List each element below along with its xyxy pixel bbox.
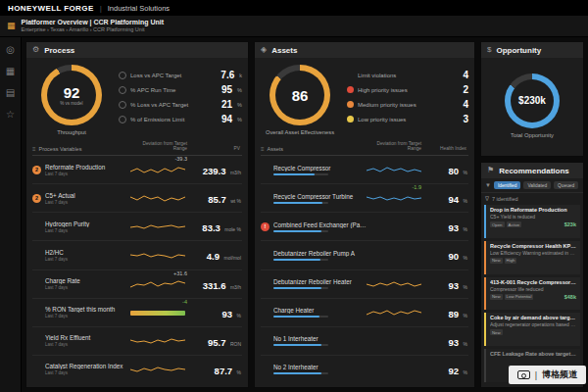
recommendations-panel-header: ⚑ Recommendations <box>481 163 583 178</box>
asset-name: Recycle Compressor <box>273 165 367 172</box>
apps-icon[interactable]: ▦ <box>6 67 15 76</box>
filter-icon[interactable]: ▼ <box>485 182 491 188</box>
recommendations-panel: ⚑ Recommendations ▼ Identified Validated… <box>480 162 584 388</box>
breadcrumb[interactable]: Enterprise › Texas › Amarillo › CCR Plat… <box>22 26 165 33</box>
table-row[interactable]: Hydrogen PurityLast 7 days 83.3 mole % <box>32 213 242 241</box>
sparkline <box>130 278 187 290</box>
issue-row: Low priority issues3 <box>347 112 468 126</box>
result-count-row: ∇ 7 identified <box>481 193 583 205</box>
table-row[interactable]: % RON Target this monthLast 7 days -4 93… <box>32 299 242 327</box>
pv-unit: wt % <box>230 198 241 204</box>
gauge-label: % vs model <box>60 101 82 106</box>
table-row[interactable]: No 1 Interheater 93 % <box>261 327 468 356</box>
pv-unit: % <box>237 313 241 318</box>
recommendation-item[interactable]: Coke by air demand above target | 3.21 t… <box>484 313 580 346</box>
table-row[interactable]: Charge RateLast 7 days +31.6 331.6 m3/h <box>32 270 242 299</box>
alarm-badge <box>261 279 270 288</box>
gauge-caption: Overall Asset Effectiveness <box>261 129 339 137</box>
recommendation-item[interactable]: Recycle Compressor Health KPI Warning Lo… <box>484 241 580 274</box>
priority-badge: High <box>505 258 517 264</box>
pv-value: 239.3 <box>203 166 226 176</box>
sparkline <box>367 164 423 175</box>
table-row[interactable]: Catalyst Regeneration IndexLast 7 days 8… <box>32 356 242 383</box>
pv-value: 93 <box>222 309 233 319</box>
pv-unit: RON <box>230 341 241 347</box>
deviation-value: -1.9 <box>413 184 421 190</box>
asset-name: No 2 Interheater <box>273 364 367 370</box>
issue-row: Medium priority issues4 <box>347 97 468 112</box>
asset-issues-list: Limit violations4 High priority issues2 … <box>347 65 468 129</box>
table-row[interactable]: Recycle Compressor 80 % <box>261 156 468 184</box>
gauge-caption: Throughput <box>32 129 111 137</box>
flag-icon: ⚑ <box>487 167 494 174</box>
table-row[interactable]: Yield Rx EffluentLast 7 days 95.7 RON <box>32 327 242 356</box>
pv-unit: mol/mol <box>223 255 241 261</box>
health-unit: % <box>464 369 467 375</box>
linked-recs-badge <box>32 279 41 288</box>
gauge-value: $230k <box>518 96 546 106</box>
recommendation-list: Drop in Reformate Production C5+ Yield i… <box>481 205 583 387</box>
health-value: 80 <box>449 166 460 176</box>
app-grid-icon[interactable]: ▦ <box>7 22 16 30</box>
asset-name: Recycle Compressor Turbine <box>273 193 367 200</box>
table-row[interactable]: Recycle Compressor Turbine -1.9 94 % <box>261 184 468 213</box>
filter-validated[interactable]: Validated <box>523 181 551 189</box>
linked-recs-badge <box>32 308 41 317</box>
favorites-icon[interactable]: ☆ <box>6 110 15 120</box>
variable-name: Charge Rate <box>45 277 130 284</box>
watermark-text: 博格频道 <box>542 368 577 381</box>
variable-name: Hydrogen Purity <box>45 220 130 227</box>
alarm-badge <box>261 336 270 345</box>
medium-priority-icon <box>347 101 354 108</box>
sparkline <box>130 220 187 232</box>
health-bar <box>273 173 328 175</box>
assets-panel-title: Assets <box>271 46 297 55</box>
table-row[interactable]: Debutanizer Reboiler Heater 93 % <box>261 270 468 299</box>
recommendation-item[interactable]: Drop in Reformate Production C5+ Yield i… <box>484 205 580 238</box>
asset-effectiveness-gauge: 86 <box>270 65 330 125</box>
period-label: Last 7 days <box>45 370 130 375</box>
recommendation-title: 413-K-001 Recycle Compressor Temp High <box>490 279 576 285</box>
dashboard-grid: ⚙ Process 92 % vs model Throughput Loss … <box>22 37 588 392</box>
table-row[interactable]: Charge Heater 89 % <box>261 299 468 327</box>
table-row[interactable]: H2/HCLast 7 days 4.9 mol/mol <box>32 241 242 270</box>
asset-name: Debutanizer Reboiler Heater <box>273 278 367 285</box>
table-row[interactable]: Debutanizer Reboiler Pump A 90 % <box>261 241 468 270</box>
top-bar: HONEYWELL FORGE | Industrial Solutions <box>0 0 588 16</box>
assets-icon: ◈ <box>261 46 267 54</box>
health-unit: % <box>464 284 467 290</box>
navigator-icon[interactable]: ◎ <box>6 45 15 55</box>
gauge-value: 86 <box>292 88 309 103</box>
process-icon: ⚙ <box>32 46 39 54</box>
health-value: 93 <box>449 280 460 291</box>
recommendation-item[interactable]: 413-K-001 Recycle Compressor Temp High C… <box>484 277 580 311</box>
column-pv: PV <box>189 146 242 152</box>
table-row[interactable]: 2 C5+ ActualLast 7 days 85.7 wt % <box>32 184 242 213</box>
filter-queued[interactable]: Queued <box>554 181 578 189</box>
issue-row: Limit violations4 <box>347 68 468 82</box>
funnel-icon[interactable]: ∇ <box>485 195 489 202</box>
alarm-badge <box>261 194 270 203</box>
kebab-menu-icon[interactable]: ⋮ <box>581 182 584 189</box>
table-row[interactable]: No 2 Interheater 92 % <box>261 356 468 383</box>
alarm-badge <box>261 308 270 317</box>
sparkline <box>130 335 187 347</box>
kpi-row: % Loss vs APC Target21% <box>119 97 242 112</box>
process-panel-header: ⚙ Process <box>26 42 248 58</box>
analytics-icon[interactable]: ▤ <box>6 88 15 98</box>
variable-name: Reformate Production <box>45 164 130 171</box>
variable-name: Yield Rx Effluent <box>45 334 130 341</box>
status-badge: Open <box>490 221 505 227</box>
recommendation-subtitle: C5+ Yield is reduced <box>490 214 576 220</box>
pv-value: 85.7 <box>208 194 226 205</box>
low-priority-icon <box>347 116 354 122</box>
table-row[interactable]: ! Combined Feed Exchanger (Packinox) 93 … <box>261 213 468 241</box>
assets-table: Recycle Compressor 80 % Recycle Compress… <box>261 156 468 383</box>
brand-divider: | <box>100 4 102 13</box>
period-label: Last 7 days <box>45 342 130 347</box>
health-bar <box>273 344 328 346</box>
filter-identified[interactable]: Identified <box>494 181 520 189</box>
table-row[interactable]: 2 Reformate ProductionLast 7 days -39.3 … <box>32 156 242 184</box>
health-bar <box>273 287 328 289</box>
recommendation-subtitle: Compressor life reduced <box>490 286 576 292</box>
